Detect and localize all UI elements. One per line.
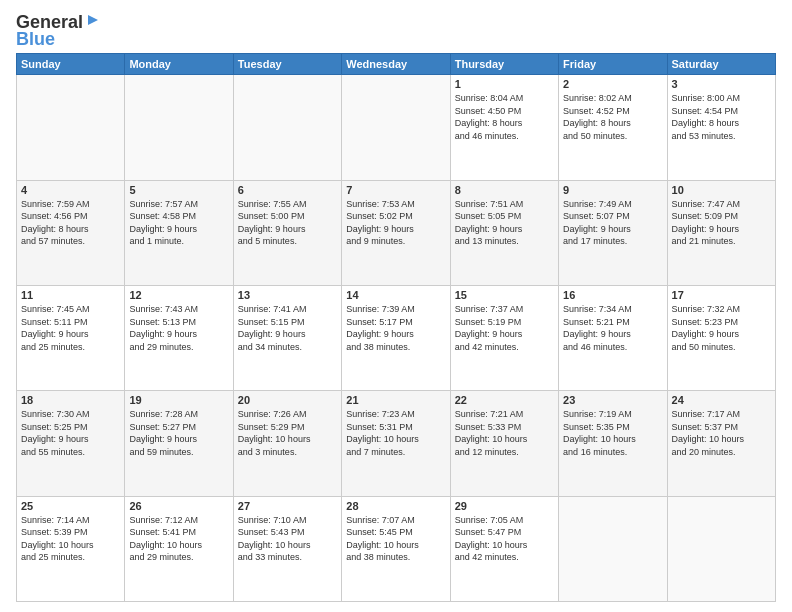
day-info: Sunrise: 8:02 AM Sunset: 4:52 PM Dayligh… [563, 92, 662, 142]
day-info: Sunrise: 7:57 AM Sunset: 4:58 PM Dayligh… [129, 198, 228, 248]
calendar-cell [559, 496, 667, 601]
calendar-cell: 12Sunrise: 7:43 AM Sunset: 5:13 PM Dayli… [125, 285, 233, 390]
calendar-cell: 9Sunrise: 7:49 AM Sunset: 5:07 PM Daylig… [559, 180, 667, 285]
day-number: 2 [563, 78, 662, 90]
calendar-cell: 25Sunrise: 7:14 AM Sunset: 5:39 PM Dayli… [17, 496, 125, 601]
col-header-saturday: Saturday [667, 54, 775, 75]
day-number: 26 [129, 500, 228, 512]
calendar-cell: 20Sunrise: 7:26 AM Sunset: 5:29 PM Dayli… [233, 391, 341, 496]
day-info: Sunrise: 7:43 AM Sunset: 5:13 PM Dayligh… [129, 303, 228, 353]
day-info: Sunrise: 7:47 AM Sunset: 5:09 PM Dayligh… [672, 198, 771, 248]
day-number: 14 [346, 289, 445, 301]
calendar-cell: 1Sunrise: 8:04 AM Sunset: 4:50 PM Daylig… [450, 75, 558, 180]
day-info: Sunrise: 7:17 AM Sunset: 5:37 PM Dayligh… [672, 408, 771, 458]
calendar-cell [667, 496, 775, 601]
day-info: Sunrise: 7:23 AM Sunset: 5:31 PM Dayligh… [346, 408, 445, 458]
calendar-cell: 19Sunrise: 7:28 AM Sunset: 5:27 PM Dayli… [125, 391, 233, 496]
day-number: 3 [672, 78, 771, 90]
col-header-thursday: Thursday [450, 54, 558, 75]
calendar-cell: 3Sunrise: 8:00 AM Sunset: 4:54 PM Daylig… [667, 75, 775, 180]
day-number: 19 [129, 394, 228, 406]
day-number: 6 [238, 184, 337, 196]
calendar-cell: 8Sunrise: 7:51 AM Sunset: 5:05 PM Daylig… [450, 180, 558, 285]
day-info: Sunrise: 7:41 AM Sunset: 5:15 PM Dayligh… [238, 303, 337, 353]
day-number: 16 [563, 289, 662, 301]
calendar-cell: 11Sunrise: 7:45 AM Sunset: 5:11 PM Dayli… [17, 285, 125, 390]
svg-marker-0 [88, 15, 98, 25]
day-info: Sunrise: 7:14 AM Sunset: 5:39 PM Dayligh… [21, 514, 120, 564]
day-info: Sunrise: 7:07 AM Sunset: 5:45 PM Dayligh… [346, 514, 445, 564]
day-number: 20 [238, 394, 337, 406]
calendar-cell: 14Sunrise: 7:39 AM Sunset: 5:17 PM Dayli… [342, 285, 450, 390]
col-header-sunday: Sunday [17, 54, 125, 75]
day-info: Sunrise: 8:04 AM Sunset: 4:50 PM Dayligh… [455, 92, 554, 142]
col-header-friday: Friday [559, 54, 667, 75]
day-number: 5 [129, 184, 228, 196]
calendar-cell: 24Sunrise: 7:17 AM Sunset: 5:37 PM Dayli… [667, 391, 775, 496]
calendar-cell [233, 75, 341, 180]
col-header-monday: Monday [125, 54, 233, 75]
day-info: Sunrise: 7:21 AM Sunset: 5:33 PM Dayligh… [455, 408, 554, 458]
day-info: Sunrise: 7:55 AM Sunset: 5:00 PM Dayligh… [238, 198, 337, 248]
day-number: 18 [21, 394, 120, 406]
calendar-table: SundayMondayTuesdayWednesdayThursdayFrid… [16, 53, 776, 602]
calendar-cell: 13Sunrise: 7:41 AM Sunset: 5:15 PM Dayli… [233, 285, 341, 390]
calendar-cell: 29Sunrise: 7:05 AM Sunset: 5:47 PM Dayli… [450, 496, 558, 601]
day-number: 29 [455, 500, 554, 512]
day-number: 28 [346, 500, 445, 512]
day-info: Sunrise: 7:32 AM Sunset: 5:23 PM Dayligh… [672, 303, 771, 353]
day-info: Sunrise: 7:59 AM Sunset: 4:56 PM Dayligh… [21, 198, 120, 248]
calendar-cell: 6Sunrise: 7:55 AM Sunset: 5:00 PM Daylig… [233, 180, 341, 285]
calendar-cell: 5Sunrise: 7:57 AM Sunset: 4:58 PM Daylig… [125, 180, 233, 285]
day-info: Sunrise: 7:19 AM Sunset: 5:35 PM Dayligh… [563, 408, 662, 458]
day-number: 17 [672, 289, 771, 301]
day-number: 7 [346, 184, 445, 196]
day-number: 10 [672, 184, 771, 196]
day-info: Sunrise: 7:10 AM Sunset: 5:43 PM Dayligh… [238, 514, 337, 564]
day-number: 13 [238, 289, 337, 301]
calendar-cell: 7Sunrise: 7:53 AM Sunset: 5:02 PM Daylig… [342, 180, 450, 285]
day-info: Sunrise: 7:49 AM Sunset: 5:07 PM Dayligh… [563, 198, 662, 248]
calendar-cell: 27Sunrise: 7:10 AM Sunset: 5:43 PM Dayli… [233, 496, 341, 601]
calendar-cell: 17Sunrise: 7:32 AM Sunset: 5:23 PM Dayli… [667, 285, 775, 390]
day-number: 27 [238, 500, 337, 512]
col-header-wednesday: Wednesday [342, 54, 450, 75]
calendar-cell: 22Sunrise: 7:21 AM Sunset: 5:33 PM Dayli… [450, 391, 558, 496]
day-number: 9 [563, 184, 662, 196]
calendar-cell: 2Sunrise: 8:02 AM Sunset: 4:52 PM Daylig… [559, 75, 667, 180]
day-info: Sunrise: 7:05 AM Sunset: 5:47 PM Dayligh… [455, 514, 554, 564]
calendar-cell [342, 75, 450, 180]
calendar-cell: 16Sunrise: 7:34 AM Sunset: 5:21 PM Dayli… [559, 285, 667, 390]
day-number: 23 [563, 394, 662, 406]
day-info: Sunrise: 7:34 AM Sunset: 5:21 PM Dayligh… [563, 303, 662, 353]
day-info: Sunrise: 7:53 AM Sunset: 5:02 PM Dayligh… [346, 198, 445, 248]
day-number: 1 [455, 78, 554, 90]
day-number: 21 [346, 394, 445, 406]
day-info: Sunrise: 7:28 AM Sunset: 5:27 PM Dayligh… [129, 408, 228, 458]
logo-blue: Blue [16, 31, 55, 47]
day-number: 15 [455, 289, 554, 301]
calendar-cell: 21Sunrise: 7:23 AM Sunset: 5:31 PM Dayli… [342, 391, 450, 496]
logo: General Blue [16, 12, 102, 47]
day-number: 22 [455, 394, 554, 406]
calendar-cell: 15Sunrise: 7:37 AM Sunset: 5:19 PM Dayli… [450, 285, 558, 390]
day-info: Sunrise: 7:26 AM Sunset: 5:29 PM Dayligh… [238, 408, 337, 458]
logo-arrow-icon [84, 11, 102, 29]
day-info: Sunrise: 8:00 AM Sunset: 4:54 PM Dayligh… [672, 92, 771, 142]
calendar-cell: 28Sunrise: 7:07 AM Sunset: 5:45 PM Dayli… [342, 496, 450, 601]
day-number: 24 [672, 394, 771, 406]
day-number: 25 [21, 500, 120, 512]
day-info: Sunrise: 7:30 AM Sunset: 5:25 PM Dayligh… [21, 408, 120, 458]
day-number: 4 [21, 184, 120, 196]
day-info: Sunrise: 7:45 AM Sunset: 5:11 PM Dayligh… [21, 303, 120, 353]
calendar-cell [17, 75, 125, 180]
day-info: Sunrise: 7:51 AM Sunset: 5:05 PM Dayligh… [455, 198, 554, 248]
day-info: Sunrise: 7:39 AM Sunset: 5:17 PM Dayligh… [346, 303, 445, 353]
day-number: 11 [21, 289, 120, 301]
day-number: 12 [129, 289, 228, 301]
day-info: Sunrise: 7:37 AM Sunset: 5:19 PM Dayligh… [455, 303, 554, 353]
day-number: 8 [455, 184, 554, 196]
day-info: Sunrise: 7:12 AM Sunset: 5:41 PM Dayligh… [129, 514, 228, 564]
col-header-tuesday: Tuesday [233, 54, 341, 75]
calendar-cell: 23Sunrise: 7:19 AM Sunset: 5:35 PM Dayli… [559, 391, 667, 496]
